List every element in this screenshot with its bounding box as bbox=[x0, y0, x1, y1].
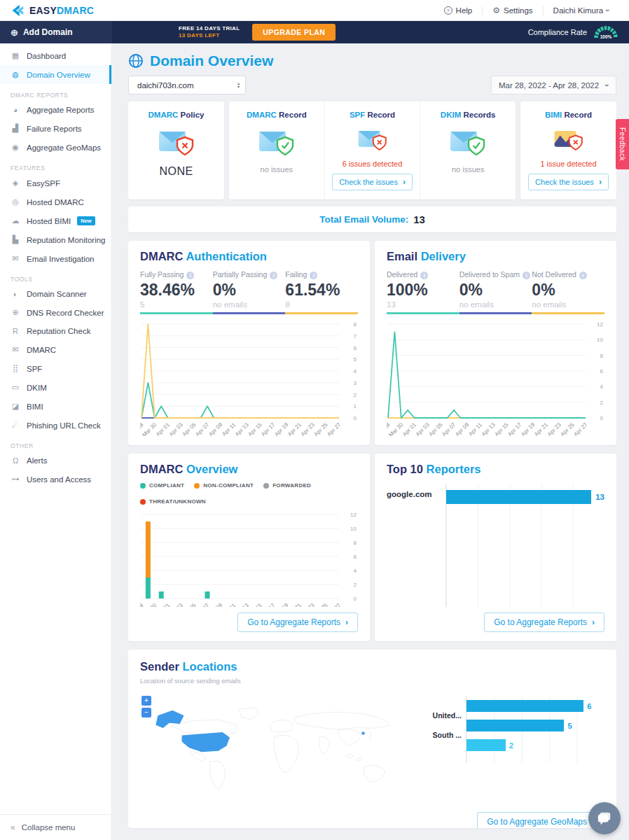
geo-pin-icon: ◉ bbox=[11, 143, 20, 152]
sidebar-item-aggregate-reports[interactable]: ◕Aggregate Reports bbox=[0, 101, 111, 119]
reporters-chart[interactable]: google.com 13 bbox=[387, 484, 604, 607]
sender-bar[interactable] bbox=[466, 739, 506, 751]
legend-item-threat-unknown[interactable]: THREAT/UNKNOWN bbox=[140, 498, 206, 505]
sidebar-item-dashboard[interactable]: ▦Dashboard bbox=[0, 46, 111, 65]
legend-item-compliant[interactable]: COMPLIANT bbox=[140, 482, 184, 489]
top-reporters-card: Top 10 Reporters google.com 13 Go to Agg… bbox=[375, 454, 616, 641]
sidebar-item-dkim[interactable]: ▭DKIM bbox=[0, 378, 111, 397]
stat-fully-passing: Fully Passingi 38.46% 5 bbox=[140, 270, 213, 314]
feedback-tab[interactable]: Feedback bbox=[616, 119, 629, 169]
svg-text:0: 0 bbox=[354, 415, 357, 421]
map-zoom-out-button[interactable]: − bbox=[141, 708, 151, 718]
sidebar-item-reputation-monitoring[interactable]: ▙Reputation Monitoring bbox=[0, 230, 111, 249]
date-range-picker[interactable]: Mar 28, 2022 - Apr 28, 2022 › bbox=[491, 76, 616, 94]
sidebar-item-dns-record-checker[interactable]: ⊕DNS Record Checker bbox=[0, 303, 111, 322]
add-domain-button[interactable]: ⊕ Add Domain bbox=[0, 21, 112, 43]
total-email-volume: Total Email Volume: 13 bbox=[128, 206, 616, 232]
easydmarc-logo[interactable]: EASYDMARC bbox=[10, 3, 94, 18]
country-label: United... bbox=[433, 711, 462, 720]
delivery-trend-chart[interactable]: 024681012Mar 28Mar 30Apr 01Apr 03Apr 05A… bbox=[387, 320, 604, 436]
sidebar-item-label: BIMI bbox=[27, 402, 43, 411]
sidebar-item-hosted-dmarc[interactable]: ◎Hosted DMARC bbox=[0, 192, 111, 211]
chat-widget-button[interactable] bbox=[588, 802, 621, 834]
trial-days-left: 13 DAYS LEFT bbox=[179, 32, 240, 39]
svg-text:5: 5 bbox=[354, 356, 357, 363]
sidebar-item-dmarc[interactable]: ✉DMARC bbox=[0, 340, 111, 359]
dkim-tool-icon: ▭ bbox=[11, 383, 20, 392]
info-icon[interactable]: i bbox=[420, 272, 428, 279]
reporter-value: 13 bbox=[595, 493, 604, 501]
sidebar-item-users-and-access[interactable]: ⊶Users and Access bbox=[0, 470, 111, 489]
sender-locations-chart[interactable]: United... South ... 652 bbox=[424, 696, 604, 806]
sender-locations-subtitle: Location of source sending emails bbox=[140, 677, 604, 685]
collapse-menu-button[interactable]: « Collapse menu bbox=[0, 814, 111, 840]
sidebar-item-label: DNS Record Checker bbox=[27, 309, 104, 317]
upgrade-plan-button[interactable]: UPGRADE PLAN bbox=[252, 24, 336, 41]
sidebar-item-failure-reports[interactable]: ▟Failure Reports bbox=[0, 119, 111, 138]
world-map[interactable]: + − bbox=[140, 692, 411, 806]
svg-text:7: 7 bbox=[354, 333, 357, 340]
select-carets-icon: ▴▾ bbox=[237, 82, 240, 88]
sender-bar-value: 6 bbox=[587, 702, 591, 710]
email-investigation-icon: ✉ bbox=[11, 254, 20, 263]
info-icon[interactable]: i bbox=[310, 272, 317, 279]
sidebar-item-label: Failure Reports bbox=[27, 125, 82, 133]
user-menu[interactable]: Daichi Kimura› bbox=[544, 6, 619, 15]
sidebar-item-spf[interactable]: ⣿SPF bbox=[0, 359, 111, 378]
sidebar-item-reputation-check[interactable]: RReputation Check bbox=[0, 322, 111, 340]
sidebar-item-label: Domain Scanner bbox=[27, 290, 87, 298]
info-icon[interactable]: i bbox=[270, 272, 277, 279]
sidebar-item-hosted-bimi[interactable]: ☁Hosted BIMINew bbox=[0, 211, 111, 230]
svg-text:8: 8 bbox=[354, 321, 357, 328]
go-to-aggregate-reports-button[interactable]: Go to Aggregate Reports› bbox=[484, 612, 604, 632]
sidebar-item-aggregate-geomaps[interactable]: ◉Aggregate GeoMaps bbox=[0, 138, 111, 157]
svg-text:4: 4 bbox=[354, 368, 357, 374]
sidebar-item-easyspf[interactable]: ◈EasySPF bbox=[0, 174, 111, 192]
sidebar-item-bimi[interactable]: ◪BIMI bbox=[0, 397, 111, 416]
trial-info: FREE 14 DAYS TRIAL 13 DAYS LEFT bbox=[179, 25, 240, 39]
info-icon[interactable]: i bbox=[523, 272, 530, 279]
sender-bar[interactable] bbox=[466, 720, 564, 732]
help-button[interactable]: ?Help bbox=[434, 6, 483, 15]
legend-item-non-compliant[interactable]: NON-COMPLIANT bbox=[194, 482, 254, 489]
settings-button[interactable]: ⚙Settings bbox=[483, 6, 543, 15]
sender-bar[interactable] bbox=[466, 700, 583, 712]
overview-bar-chart[interactable]: 024681012Mar 28Mar 30Apr 01Apr 03Apr 05A… bbox=[140, 510, 357, 607]
sender-bar-row: 2 bbox=[466, 739, 604, 751]
svg-text:12: 12 bbox=[350, 512, 357, 518]
sidebar-section-header: OTHER bbox=[0, 435, 111, 451]
bimi-issues-value: 1 issue detected bbox=[540, 160, 596, 168]
dkim-records-status: DKIM Records no issues bbox=[420, 102, 516, 200]
sidebar-item-label: Email Investigation bbox=[27, 255, 95, 263]
stat-partially-passing: Partially Passingi 0% no emails bbox=[213, 270, 286, 314]
domain-select[interactable]: daichi703n.com ▴▾ bbox=[128, 76, 246, 94]
bimi-tool-icon: ◪ bbox=[11, 402, 20, 411]
sidebar-item-alerts[interactable]: ΩAlerts bbox=[0, 451, 111, 470]
check-issues-button[interactable]: Check the issues› bbox=[332, 174, 413, 190]
sidebar-item-label: Reputation Check bbox=[27, 327, 90, 335]
info-icon[interactable]: i bbox=[579, 272, 587, 279]
svg-text:6: 6 bbox=[354, 554, 357, 560]
pie-chart-icon: ◕ bbox=[11, 106, 20, 114]
sidebar-item-domain-scanner[interactable]: ◐Domain Scanner bbox=[0, 285, 111, 303]
sidebar-item-label: Domain Overview bbox=[27, 71, 90, 79]
legend-label: THREAT/UNKNOWN bbox=[149, 498, 206, 505]
sidebar-item-phishing-url-check[interactable]: ☄Phishing URL Check bbox=[0, 416, 111, 435]
map-zoom-in-button[interactable]: + bbox=[141, 696, 151, 706]
go-to-aggregate-geomaps-button[interactable]: Go to Aggregate GeoMaps› bbox=[477, 812, 604, 828]
sidebar-item-email-investigation[interactable]: ✉Email Investigation bbox=[0, 249, 111, 268]
go-to-aggregate-reports-button[interactable]: Go to Aggregate Reports› bbox=[237, 612, 358, 632]
world-map-svg bbox=[140, 692, 411, 804]
info-icon[interactable]: i bbox=[186, 272, 194, 279]
svg-text:6: 6 bbox=[600, 368, 604, 374]
bimi-record-card: BIMI Record 1 issue detected Check the i… bbox=[520, 102, 616, 200]
image-shield-error-icon bbox=[550, 127, 588, 153]
sidebar-item-label: Dashboard bbox=[27, 52, 66, 60]
sidebar-item-label: Users and Access bbox=[27, 475, 91, 484]
sidebar-item-domain-overview[interactable]: ◍Domain Overview bbox=[0, 65, 111, 84]
check-issues-button[interactable]: Check the issues› bbox=[528, 174, 609, 190]
auth-trend-chart[interactable]: 012345678Mar 28Mar 30Apr 01Apr 03Apr 05A… bbox=[140, 320, 357, 436]
sidebar-item-label: Hosted BIMI bbox=[27, 217, 71, 225]
legend-item-forwarded[interactable]: FORWARDED bbox=[263, 482, 311, 489]
reporter-bar[interactable] bbox=[446, 490, 591, 504]
